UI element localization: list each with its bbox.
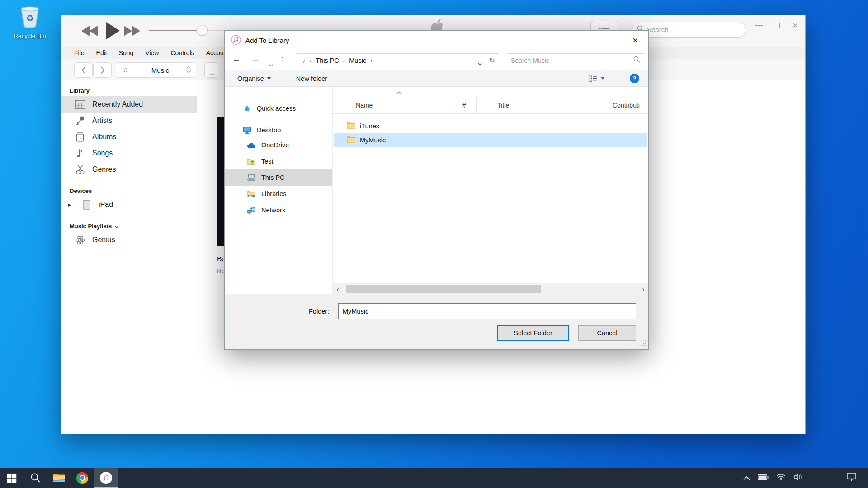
breadcrumb-item-music[interactable]: Music (349, 57, 366, 64)
nav-up-icon[interactable]: ↑ (281, 54, 285, 64)
volume-slider-knob[interactable] (197, 25, 208, 36)
dialog-command-bar: Organise New folder ? (225, 70, 648, 87)
breadcrumb-chevron-icon[interactable] (478, 60, 482, 67)
microphone-icon (74, 116, 86, 126)
this-pc-icon (246, 174, 256, 181)
dialog-search-input[interactable] (511, 57, 633, 64)
breadcrumb-separator-icon: › (310, 57, 311, 64)
back-button[interactable] (74, 62, 93, 78)
close-button[interactable]: × (788, 19, 803, 32)
sidebar-item-songs[interactable]: Songs (61, 145, 197, 161)
nav-item-network[interactable]: Network (225, 202, 332, 218)
menu-item-view[interactable]: View (145, 49, 159, 56)
forward-button[interactable] (93, 62, 112, 78)
folder-icon (347, 136, 355, 144)
nav-item-onedrive[interactable]: OneDrive (225, 137, 332, 153)
atom-icon (74, 235, 86, 245)
nav-item-desktop[interactable]: Desktop (225, 123, 332, 137)
horizontal-scrollbar[interactable]: ‹ › (333, 283, 648, 295)
tablet-icon (209, 66, 215, 75)
organise-menu-button[interactable]: Organise (237, 75, 271, 82)
play-button[interactable] (106, 22, 120, 41)
maximize-button[interactable] (769, 19, 785, 32)
album-icon: ♪ (74, 132, 86, 142)
sidebar-item-genres[interactable]: Genres (61, 161, 197, 178)
menu-item-song[interactable]: Song (119, 49, 134, 56)
sidebar-item-label: Songs (92, 149, 113, 157)
taskbar-search-button[interactable] (24, 468, 47, 488)
menu-item-accou[interactable]: Accou (206, 49, 224, 56)
library-selector-dropdown[interactable]: ♫ Music (116, 62, 196, 78)
column-header-[interactable]: # (462, 102, 466, 109)
scrollbar-thumb[interactable] (346, 285, 541, 293)
minimize-button[interactable]: — (751, 19, 767, 32)
section-header-label: Library (70, 87, 90, 94)
nav-history-chevron-icon[interactable] (269, 59, 273, 69)
chevron-down-icon[interactable] (114, 223, 119, 230)
itunes-search-input[interactable] (647, 26, 733, 33)
scroll-left-icon[interactable]: ‹ (333, 283, 343, 295)
nav-item-label: OneDrive (261, 141, 289, 149)
sidebar-item-recently-added[interactable]: Recently Added (61, 96, 197, 113)
expand-arrow-icon[interactable]: ▶ (65, 202, 74, 207)
itunes-taskbar-button[interactable] (94, 468, 118, 488)
fast-forward-button[interactable] (124, 25, 141, 38)
sort-ascending-icon[interactable] (396, 88, 402, 96)
volume-icon[interactable] (793, 473, 803, 483)
battery-icon[interactable] (758, 474, 769, 482)
file-row-mymusic[interactable]: MyMusic (334, 133, 647, 147)
chrome-button[interactable] (71, 468, 94, 488)
column-divider[interactable] (609, 97, 609, 114)
rewind-button[interactable] (81, 25, 99, 38)
nav-item-libraries[interactable]: Libraries (225, 186, 332, 202)
menu-item-edit[interactable]: Edit (96, 49, 107, 56)
cancel-button[interactable]: Cancel (578, 325, 636, 341)
breadcrumb-item-this-pc[interactable]: This PC (316, 57, 339, 64)
nav-back-icon[interactable]: ← (232, 54, 241, 64)
wifi-icon[interactable] (776, 474, 786, 483)
dialog-search-box[interactable] (507, 53, 644, 67)
column-header-title[interactable]: Title (497, 102, 509, 109)
desktop: ♻ Recycle Bin — × FileEditSongViewContro… (0, 0, 868, 488)
dialog-titlebar[interactable]: Add To Library × (225, 31, 648, 50)
new-folder-button[interactable]: New folder (296, 75, 327, 82)
dialog-sidebar: Quick accessDesktopOneDriveTestThis PCLi… (225, 87, 333, 295)
recycle-bin-shortcut[interactable]: ♻ Recycle Bin (8, 5, 52, 39)
taskbar (0, 468, 868, 488)
device-button[interactable] (204, 62, 219, 78)
nav-item-quick-access[interactable]: Quick access (225, 102, 332, 115)
select-folder-button[interactable]: Select Folder (497, 325, 569, 341)
column-header-name[interactable]: Name (356, 102, 373, 109)
folder-name-input[interactable] (338, 303, 636, 319)
sidebar-item-label: iPad (99, 201, 113, 209)
scroll-right-icon[interactable]: › (638, 283, 648, 295)
volume-slider-track[interactable] (149, 30, 198, 31)
nav-item-test[interactable]: Test (225, 153, 332, 169)
sidebar-section-header-music-playlists: Music Playlists (70, 223, 197, 230)
itunes-search-box[interactable] (632, 22, 746, 38)
nav-forward-icon[interactable]: → (251, 54, 259, 64)
sidebar-item-albums[interactable]: ♪Albums (61, 129, 197, 145)
action-center-icon[interactable] (847, 473, 856, 483)
recycle-bin-label: Recycle Bin (8, 33, 52, 39)
music-note-icon[interactable]: ♪ (302, 56, 306, 65)
column-divider[interactable] (476, 97, 477, 114)
view-mode-button[interactable] (589, 75, 604, 82)
nav-item-this-pc[interactable]: This PC (225, 169, 332, 186)
sidebar-item-genius[interactable]: Genius (61, 232, 197, 248)
resize-grip[interactable] (641, 340, 647, 348)
help-button[interactable]: ? (630, 74, 639, 83)
breadcrumb[interactable]: ♪›This PC›Music› (297, 53, 486, 67)
dialog-close-icon[interactable]: × (626, 33, 645, 48)
refresh-icon[interactable]: ↻ (486, 53, 498, 67)
column-divider[interactable] (455, 97, 455, 114)
menu-item-file[interactable]: File (74, 49, 85, 56)
column-header-contributi[interactable]: Contributi (613, 102, 640, 109)
hidden-icons-chevron-icon[interactable] (743, 474, 750, 482)
menu-item-controls[interactable]: Controls (170, 49, 194, 56)
file-row-itunes[interactable]: iTunes (334, 119, 647, 133)
sidebar-item-ipad[interactable]: ▶iPad (61, 197, 197, 213)
start-button[interactable] (0, 468, 24, 488)
sidebar-item-artists[interactable]: Artists (61, 113, 197, 129)
file-explorer-button[interactable] (47, 468, 71, 488)
